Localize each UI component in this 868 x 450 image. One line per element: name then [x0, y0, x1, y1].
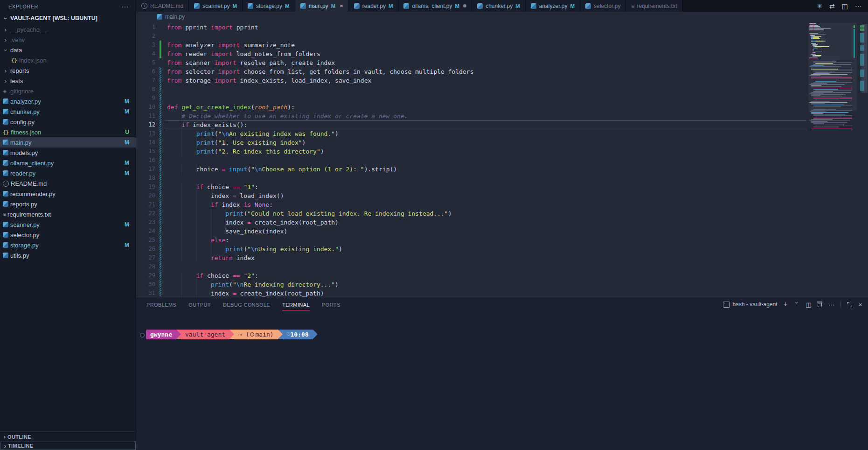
code-line[interactable]: print("\nUsing existing index.")	[167, 245, 807, 253]
code-line[interactable]: from scanner import resolve_path, create…	[167, 58, 807, 67]
code-line[interactable]: # Decide whether to use an existing inde…	[167, 112, 807, 120]
tab-storage-py[interactable]: storage.pyM	[243, 0, 295, 12]
tree-item-models-py[interactable]: models.py	[0, 148, 136, 158]
code-line[interactable]	[167, 32, 807, 41]
tab-readme-md[interactable]: iREADME.md	[136, 0, 189, 12]
tree-item-data[interactable]: ›data	[0, 45, 136, 55]
tree-item-requirements-txt[interactable]: ≡requirements.txt	[0, 209, 136, 219]
terminal-session-label[interactable]: bash - vault-agent	[723, 301, 778, 308]
close-tab-icon[interactable]: ×	[340, 2, 343, 9]
tree-item-chunker-py[interactable]: chunker.pyM	[0, 106, 136, 117]
sync-arrows-icon[interactable]: ⇄	[829, 3, 835, 9]
command-decoration-icon[interactable]	[140, 333, 145, 338]
panel-tab-ports[interactable]: PORTS	[322, 299, 340, 310]
code-line[interactable]	[167, 174, 807, 183]
code-line[interactable]: print("1. Use existing index")	[167, 138, 807, 147]
panel-tab-debug-console[interactable]: DEBUG CONSOLE	[223, 299, 270, 310]
terminal-dropdown-icon[interactable]: ›	[793, 302, 799, 307]
tab-selector-py[interactable]: selector.py	[580, 0, 626, 12]
code-line[interactable]: from storage import index_exists, load_i…	[167, 76, 807, 85]
tree-item-recommender-py[interactable]: recommender.py	[0, 189, 136, 199]
code-line[interactable]: print("\nAn existing index was found.")	[167, 129, 807, 138]
tab-chunker-py[interactable]: chunker.pyM	[472, 0, 526, 12]
code-line[interactable]: from selector import choose_from_list, g…	[167, 67, 807, 76]
editor-scrollbar[interactable]	[861, 24, 868, 93]
code-line[interactable]: if choice == "1":	[167, 183, 807, 191]
indent-guide	[196, 218, 197, 227]
code-line[interactable]: from pprint import pprint	[167, 23, 807, 32]
tree-item--venv[interactable]: ›.venv	[0, 35, 136, 45]
tree-item-config-py[interactable]: config.py	[0, 117, 136, 127]
code-line[interactable]: from reader import load_notes_from_folde…	[167, 49, 807, 58]
code-line[interactable]: index = create_index(root_path)	[167, 289, 807, 297]
tree-item-reports-py[interactable]: reports.py	[0, 199, 136, 209]
code-line[interactable]: return index	[167, 253, 807, 262]
tab-requirements-txt[interactable]: ≡requirements.txt	[626, 0, 682, 12]
timeline-section[interactable]: › TIMELINE	[0, 442, 136, 450]
panel-tab-problems[interactable]: PROBLEMS	[146, 299, 176, 310]
workspace-root-folder[interactable]: › VAULT-AGENT [WSL: UBUNTU]	[0, 13, 136, 23]
tab-main-py[interactable]: main.pyM×	[295, 0, 349, 12]
tree-item-reader-py[interactable]: reader.pyM	[0, 168, 136, 178]
chevron-down-icon: ›	[3, 47, 9, 53]
code-line[interactable]: print("\nRe-indexing directory...")	[167, 280, 807, 289]
prompt-text: vault-agent	[185, 331, 225, 338]
code-line[interactable]: if index is None:	[167, 200, 807, 209]
tree-item-index-json[interactable]: {}index.json	[0, 55, 136, 65]
tab-reader-py[interactable]: reader.pyM	[349, 0, 399, 12]
code-line[interactable]: print("Could not load existing index. Re…	[167, 209, 807, 218]
tree-item-fitness-json[interactable]: {}fitness.jsonU	[0, 127, 136, 137]
new-terminal-button[interactable]: +	[784, 300, 788, 309]
kill-terminal-button[interactable]	[817, 302, 822, 307]
more-actions-icon[interactable]: ···	[855, 3, 861, 9]
tree-item-utils-py[interactable]: utils.py	[0, 250, 136, 260]
code-line[interactable]: print("2. Re-index this directory")	[167, 147, 807, 156]
code-line[interactable]: save_index(index)	[167, 227, 807, 236]
panel-tab-output[interactable]: OUTPUT	[188, 299, 211, 310]
tree-item-readme-md[interactable]: iREADME.md	[0, 178, 136, 189]
code-line[interactable]	[167, 262, 807, 271]
minimap-line	[809, 64, 852, 65]
code-line[interactable]: from analyzer import summarize_note	[167, 41, 807, 49]
minimap[interactable]	[809, 23, 852, 294]
maximize-panel-button[interactable]	[847, 302, 852, 307]
code-content[interactable]: from pprint import pprintfrom analyzer i…	[167, 23, 807, 297]
panel-more-actions-icon[interactable]: ···	[828, 301, 834, 308]
tree-item-storage-py[interactable]: storage.pyM	[0, 240, 136, 250]
close-panel-button[interactable]: ×	[858, 301, 862, 309]
tab-scanner-py[interactable]: scanner.pyM	[189, 0, 243, 12]
tab-analyzer-py[interactable]: analyzer.pyM	[526, 0, 580, 12]
code-line[interactable]	[167, 94, 807, 103]
explorer-more-actions-icon[interactable]: ···	[121, 3, 129, 10]
tree-item-reports[interactable]: ›reports	[0, 65, 136, 76]
code-line[interactable]: def get_or_create_index(root_path):	[167, 103, 807, 112]
code-token: print	[196, 148, 215, 155]
code-editor[interactable]: main.py 12345678910111213141516171819202…	[136, 12, 868, 297]
code-line[interactable]: if index_exists():	[167, 120, 807, 129]
tab-ollama-client-py[interactable]: ollama_client.pyM	[398, 0, 472, 12]
tree-item-analyzer-py[interactable]: analyzer.pyM	[0, 96, 136, 106]
tree-item-selector-py[interactable]: selector.py	[0, 230, 136, 240]
tree-item--gitignore[interactable]: ◈.gitignore	[0, 86, 136, 96]
tree-item-main-py[interactable]: main.pyM	[0, 137, 136, 148]
tree-item-ollama-client-py[interactable]: ollama_client.pyM	[0, 158, 136, 168]
terminal-content[interactable]: gwynnevault-agent→ (main)♡ 10:08	[136, 311, 868, 450]
code-line[interactable]: index = load_index()	[167, 191, 807, 200]
split-terminal-button[interactable]: ◫	[806, 301, 811, 308]
code-line[interactable]	[167, 156, 807, 165]
code-line[interactable]: else:	[167, 236, 807, 245]
tree-item-scanner-py[interactable]: scanner.pyM	[0, 219, 136, 230]
outline-section[interactable]: › OUTLINE	[0, 431, 136, 442]
code-line[interactable]: if choice == "2":	[167, 271, 807, 280]
panel-tab-terminal[interactable]: TERMINAL	[282, 299, 310, 310]
split-editor-icon[interactable]: ◫	[842, 3, 848, 9]
minimap-line	[809, 99, 852, 100]
tab-label: chunker.py	[486, 3, 513, 9]
tree-item-tests[interactable]: ›tests	[0, 76, 136, 86]
code-line[interactable]: choice = input("\nChoose an option (1 or…	[167, 165, 807, 174]
breadcrumb[interactable]: main.py	[136, 12, 868, 22]
openai-extension-icon[interactable]: ✳	[817, 3, 822, 9]
code-line[interactable]	[167, 85, 807, 94]
tree-item--pycache-[interactable]: ›__pycache__	[0, 24, 136, 35]
code-line[interactable]: index = create_index(root_path)	[167, 218, 807, 227]
